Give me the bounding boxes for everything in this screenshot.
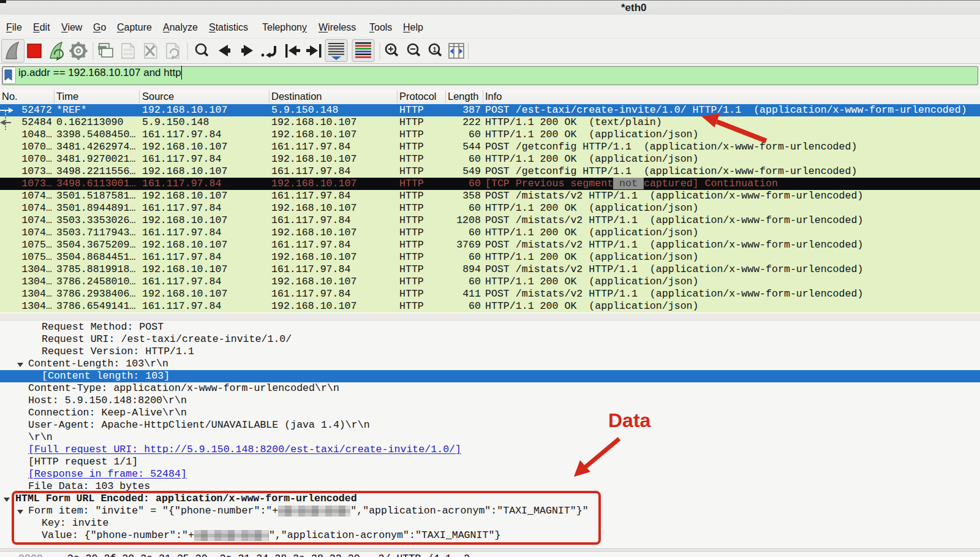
svg-text:0110: 0110 bbox=[124, 52, 133, 56]
svg-text:0101: 0101 bbox=[124, 48, 133, 52]
svg-text:1: 1 bbox=[433, 46, 437, 53]
